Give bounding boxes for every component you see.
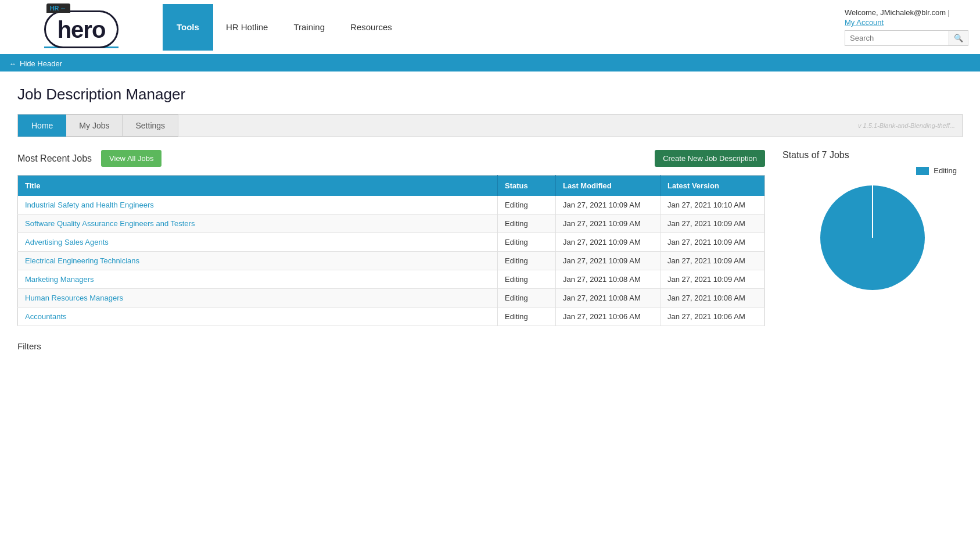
col-status: Status bbox=[498, 176, 556, 196]
table-row: Electrical Engineering TechniciansEditin… bbox=[18, 252, 765, 270]
main-nav: Tools HR Hotline Training Resources bbox=[163, 4, 833, 51]
legend-color-box bbox=[916, 167, 929, 175]
version-text: v 1.5.1-Blank-and-Blending-theff... bbox=[858, 122, 962, 129]
job-latest-version-cell: Jan 27, 2021 10:09 AM bbox=[660, 270, 765, 289]
site-header: HR ← hero Tools HR Hotline Training Reso… bbox=[0, 0, 980, 71]
tab-settings[interactable]: Settings bbox=[123, 115, 178, 137]
create-new-job-button[interactable]: Create New Job Description bbox=[655, 150, 765, 167]
table-row: AccountantsEditingJan 27, 2021 10:06 AMJ… bbox=[18, 308, 765, 326]
page-title: Job Description Manager bbox=[17, 85, 963, 103]
hide-header-label: Hide Header bbox=[20, 59, 62, 68]
sub-header-bar[interactable]: ↔ Hide Header bbox=[0, 56, 980, 71]
nav-training[interactable]: Training bbox=[281, 4, 338, 51]
welcome-text: Welcome, JMichalek@blr.com | bbox=[845, 8, 968, 17]
job-title-cell[interactable]: Software Quality Assurance Engineers and… bbox=[18, 214, 498, 233]
table-row: Industrial Safety and Health EngineersEd… bbox=[18, 196, 765, 214]
jobs-table: Title Status Last Modified Latest Versio… bbox=[17, 175, 765, 326]
nav-resources[interactable]: Resources bbox=[338, 4, 405, 51]
col-latest-version: Latest Version bbox=[660, 176, 765, 196]
header-right: Welcome, JMichalek@blr.com | My Account … bbox=[833, 2, 980, 52]
job-status-cell: Editing bbox=[498, 252, 556, 270]
jobs-header: Most Recent Jobs View All Jobs Create Ne… bbox=[17, 150, 765, 167]
job-status-cell: Editing bbox=[498, 270, 556, 289]
view-all-jobs-button[interactable]: View All Jobs bbox=[101, 150, 161, 167]
search-input[interactable] bbox=[845, 30, 949, 46]
col-title: Title bbox=[18, 176, 498, 196]
job-status-cell: Editing bbox=[498, 214, 556, 233]
right-panel: Status of 7 Jobs Editing bbox=[782, 150, 963, 351]
my-account-link[interactable]: My Account bbox=[845, 18, 968, 27]
main-layout: Most Recent Jobs View All Jobs Create Ne… bbox=[17, 150, 963, 351]
table-row: Marketing ManagersEditingJan 27, 2021 10… bbox=[18, 270, 765, 289]
search-row: 🔍 bbox=[845, 30, 968, 46]
job-title-cell[interactable]: Accountants bbox=[18, 308, 498, 326]
job-last-modified-cell: Jan 27, 2021 10:08 AM bbox=[556, 270, 660, 289]
page-content: Job Description Manager Home My Jobs Set… bbox=[0, 71, 980, 365]
jobs-table-body: Industrial Safety and Health EngineersEd… bbox=[18, 196, 765, 326]
logo-arrow-icon: ← bbox=[60, 5, 67, 12]
search-button[interactable]: 🔍 bbox=[949, 30, 968, 46]
logo-hero-text: hero bbox=[58, 17, 106, 42]
jobs-table-header: Title Status Last Modified Latest Versio… bbox=[18, 176, 765, 196]
job-status-cell: Editing bbox=[498, 196, 556, 214]
hide-header-icon: ↔ bbox=[9, 60, 16, 68]
job-last-modified-cell: Jan 27, 2021 10:09 AM bbox=[556, 233, 660, 252]
tab-home[interactable]: Home bbox=[18, 115, 66, 137]
filters-title: Filters bbox=[17, 341, 41, 351]
status-chart-title: Status of 7 Jobs bbox=[782, 150, 963, 160]
job-latest-version-cell: Jan 27, 2021 10:10 AM bbox=[660, 196, 765, 214]
pie-chart bbox=[814, 180, 931, 296]
table-row: Advertising Sales AgentsEditingJan 27, 2… bbox=[18, 233, 765, 252]
search-icon: 🔍 bbox=[954, 34, 963, 42]
nav-tools-item[interactable]: Tools bbox=[163, 4, 213, 51]
job-title-cell[interactable]: Advertising Sales Agents bbox=[18, 233, 498, 252]
job-title-cell[interactable]: Human Resources Managers bbox=[18, 289, 498, 308]
tab-my-jobs[interactable]: My Jobs bbox=[66, 115, 123, 137]
job-status-cell: Editing bbox=[498, 233, 556, 252]
job-last-modified-cell: Jan 27, 2021 10:09 AM bbox=[556, 252, 660, 270]
chart-container: Editing bbox=[782, 166, 963, 296]
job-title-cell[interactable]: Marketing Managers bbox=[18, 270, 498, 289]
job-status-cell: Editing bbox=[498, 308, 556, 326]
logo-area: HR ← hero bbox=[0, 0, 163, 54]
job-latest-version-cell: Jan 27, 2021 10:09 AM bbox=[660, 233, 765, 252]
most-recent-jobs-title: Most Recent Jobs bbox=[17, 153, 92, 164]
job-status-cell: Editing bbox=[498, 289, 556, 308]
job-last-modified-cell: Jan 27, 2021 10:06 AM bbox=[556, 308, 660, 326]
job-latest-version-cell: Jan 27, 2021 10:08 AM bbox=[660, 289, 765, 308]
table-row: Human Resources ManagersEditingJan 27, 2… bbox=[18, 289, 765, 308]
job-last-modified-cell: Jan 27, 2021 10:09 AM bbox=[556, 214, 660, 233]
logo-hr-text: HR bbox=[50, 5, 59, 12]
job-last-modified-cell: Jan 27, 2021 10:09 AM bbox=[556, 196, 660, 214]
job-latest-version-cell: Jan 27, 2021 10:06 AM bbox=[660, 308, 765, 326]
job-last-modified-cell: Jan 27, 2021 10:08 AM bbox=[556, 289, 660, 308]
nav-hr-hotline[interactable]: HR Hotline bbox=[213, 4, 281, 51]
job-latest-version-cell: Jan 27, 2021 10:09 AM bbox=[660, 252, 765, 270]
legend-label: Editing bbox=[934, 166, 957, 175]
job-latest-version-cell: Jan 27, 2021 10:09 AM bbox=[660, 214, 765, 233]
tabs-bar: Home My Jobs Settings v 1.5.1-Blank-and-… bbox=[17, 114, 963, 137]
chart-legend: Editing bbox=[916, 166, 957, 175]
left-panel: Most Recent Jobs View All Jobs Create Ne… bbox=[17, 150, 765, 351]
table-row: Software Quality Assurance Engineers and… bbox=[18, 214, 765, 233]
filters-section: Filters bbox=[17, 341, 765, 351]
job-title-cell[interactable]: Industrial Safety and Health Engineers bbox=[18, 196, 498, 214]
col-last-modified: Last Modified bbox=[556, 176, 660, 196]
logo[interactable]: HR ← hero bbox=[44, 6, 119, 48]
job-title-cell[interactable]: Electrical Engineering Technicians bbox=[18, 252, 498, 270]
